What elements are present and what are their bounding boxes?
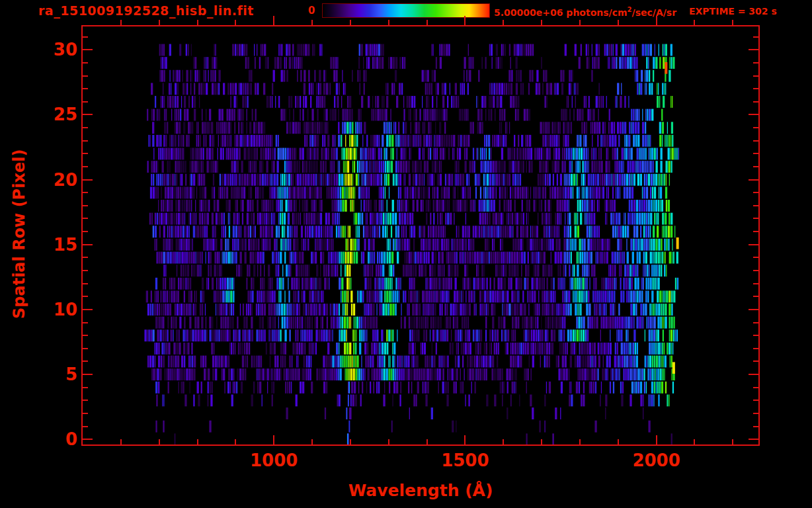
x-minor-tick (732, 439, 733, 444)
y-minor-tick-right (753, 140, 758, 142)
y-minor-tick (83, 257, 88, 258)
y-tick-label: 10 (0, 301, 77, 318)
y-minor-tick (83, 322, 88, 323)
x-minor-tick (541, 439, 542, 444)
x-major-tick (656, 435, 657, 444)
x-minor-tick (120, 439, 122, 444)
y-minor-tick (83, 296, 88, 297)
y-minor-tick-right (753, 413, 758, 414)
x-minor-tick-top (426, 20, 428, 25)
y-minor-tick-right (753, 322, 758, 323)
y-major-tick (83, 439, 93, 440)
y-minor-tick-right (753, 101, 758, 103)
x-minor-tick (618, 439, 619, 444)
y-major-tick (83, 49, 93, 50)
y-major-tick-right (749, 49, 758, 50)
y-minor-tick-right (753, 36, 758, 38)
y-minor-tick (83, 205, 88, 206)
y-minor-tick-right (753, 231, 758, 232)
y-minor-tick-right (753, 270, 758, 271)
y-major-tick-right (749, 309, 758, 310)
x-minor-tick (503, 439, 504, 444)
y-minor-tick (83, 140, 88, 142)
x-minor-tick-top (618, 20, 619, 25)
x-minor-tick-top (120, 20, 122, 25)
x-axis-label: Wavelength (Å) (83, 481, 758, 500)
y-minor-tick-right (753, 296, 758, 297)
y-minor-tick-right (753, 360, 758, 362)
y-minor-tick (83, 270, 88, 271)
colorbar-max-value: 5.00000e+06 (494, 7, 563, 18)
y-minor-tick (83, 88, 88, 89)
y-minor-tick (83, 101, 88, 103)
y-minor-tick-right (753, 257, 758, 258)
y-minor-tick-right (753, 218, 758, 219)
y-minor-tick-right (753, 205, 758, 206)
y-minor-tick-right (753, 88, 758, 89)
y-tick-label: 30 (0, 41, 77, 58)
x-minor-tick-top (197, 20, 198, 25)
x-minor-tick-top (732, 20, 733, 25)
y-minor-tick-right (753, 283, 758, 284)
x-minor-tick (350, 439, 351, 444)
y-minor-tick (83, 283, 88, 284)
y-tick-label: 0 (0, 431, 77, 448)
y-minor-tick-right (753, 426, 758, 427)
x-minor-tick-top (388, 20, 389, 25)
y-minor-tick (83, 218, 88, 219)
spectrogram-canvas (83, 26, 758, 444)
x-major-tick-top (273, 16, 274, 25)
y-major-tick-right (749, 244, 758, 245)
colorbar-min-label: 0 (308, 5, 315, 17)
colorbar-units-post: /sec/A/sr (632, 7, 677, 18)
x-minor-tick-top (159, 20, 160, 25)
y-tick-label: 20 (0, 171, 77, 189)
y-minor-tick (83, 36, 88, 38)
y-minor-tick (83, 75, 88, 77)
y-minor-tick-right (753, 192, 758, 193)
y-minor-tick (83, 231, 88, 232)
x-minor-tick (388, 439, 389, 444)
x-minor-tick-top (694, 20, 695, 25)
y-minor-tick (83, 360, 88, 362)
x-minor-tick (694, 439, 695, 444)
x-minor-tick (235, 439, 236, 444)
y-minor-tick-right (753, 400, 758, 401)
x-major-tick-top (656, 16, 657, 25)
y-minor-tick-right (753, 153, 758, 154)
y-minor-tick (83, 166, 88, 167)
y-major-tick (83, 309, 93, 310)
y-tick-label: 15 (0, 236, 77, 253)
y-minor-tick (83, 153, 88, 154)
y-minor-tick-right (753, 348, 758, 349)
y-major-tick-right (749, 439, 758, 440)
y-minor-tick-right (753, 335, 758, 336)
file-title: ra_151009192528_hisb_lin.fit (38, 3, 254, 18)
y-major-tick (83, 114, 93, 115)
x-tick-label: 1500 (425, 450, 505, 470)
x-minor-tick (197, 439, 198, 444)
colorbar-units-pre: photons/cm (563, 7, 627, 18)
y-minor-tick (83, 335, 88, 336)
colorbar-max-label: 5.00000e+06 photons/cm2/sec/A/sr (494, 6, 676, 18)
y-minor-tick (83, 192, 88, 193)
exptime-label: EXPTIME = 302 s (689, 6, 777, 17)
x-major-tick (464, 435, 466, 444)
y-major-tick (83, 374, 93, 375)
x-minor-tick (426, 439, 428, 444)
x-tick-label: 2000 (617, 450, 696, 470)
y-minor-tick (83, 127, 88, 128)
y-major-tick-right (749, 374, 758, 375)
x-minor-tick-top (579, 20, 581, 25)
x-minor-tick-top (541, 20, 542, 25)
y-minor-tick-right (753, 127, 758, 128)
colorbar-units-sup: 2 (628, 6, 632, 13)
x-minor-tick-top (235, 20, 236, 25)
y-tick-label: 25 (0, 106, 77, 123)
y-major-tick-right (749, 114, 758, 115)
y-minor-tick (83, 413, 88, 414)
y-major-tick-right (749, 179, 758, 181)
x-minor-tick (311, 439, 313, 444)
x-major-tick (273, 435, 274, 444)
x-minor-tick-top (503, 20, 504, 25)
